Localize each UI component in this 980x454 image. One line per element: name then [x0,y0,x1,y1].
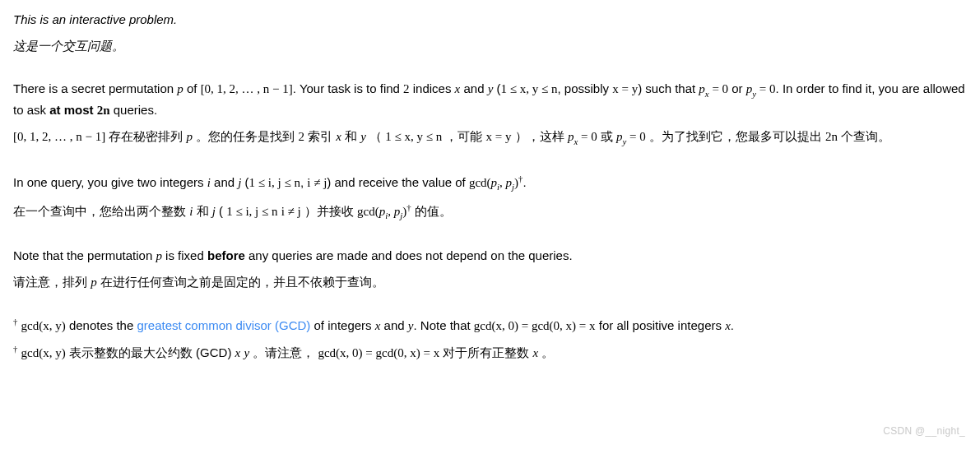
t: ( [493,81,500,95]
t: 和 [341,129,360,143]
t: 在一个查询中，您给出两个整数 [13,204,189,218]
intro-zh-text: 这是一个交互问题。 [13,39,124,53]
gcdxy: gcd(x, y) [21,319,66,332]
t: （ [366,129,385,143]
eq0b: = 0 [626,130,645,143]
t: ，可能 [442,129,485,143]
gcd-link[interactable]: greatest common divisor (GCD) [137,318,310,332]
var-x: x [336,130,341,143]
py: p [616,130,623,143]
var-p: p [91,276,97,289]
t: is fixed [162,248,207,262]
var-y: y [360,130,366,143]
t: 表示整数的最大公约数 (GCD) [66,345,235,359]
eq0b: = 0 [756,82,775,95]
t: Note that the permutation [13,248,156,262]
sub-x: x [705,89,709,99]
t: 和 [193,204,211,218]
px: p [699,82,705,95]
dagger-sup: † [518,174,523,183]
t: for all positive integers [596,318,726,332]
t: 索引 [304,129,336,143]
t: of [183,81,201,95]
t: 。请注意， [249,345,314,359]
dagger-sup: † [406,202,411,212]
t: and [380,318,407,332]
t: 。为了找到它，您最多可以提出 [646,129,825,143]
range-zh: [0, 1, 2, … , n − 1] [13,130,105,143]
t: 请注意，排列 [13,275,91,289]
comma: , [499,176,506,189]
pi: p [491,176,498,189]
t: ( [241,175,248,189]
sub-i: i [385,211,388,220]
t: 。您的任务是找到 [193,129,298,143]
p4-en: Note that the permutation p is fixed bef… [13,246,967,266]
p5-zh: † gcd(x, y) 表示整数的最大公约数 (GCD) x y 。请注意， g… [13,342,967,363]
t: . Your task is to find [293,81,403,95]
gcd: gcd( [469,176,491,189]
sub-y: y [752,89,756,99]
t: indices [410,81,455,95]
ineqj: i ≠ j [307,176,327,189]
dagger-mark: † [13,344,17,354]
bound: 1 ≤ x, y ≤ n [385,130,442,143]
sub-x: x [574,137,578,146]
bound: 1 ≤ x, y ≤ n [501,82,558,95]
comma: , [388,205,394,218]
var-x: x [725,319,731,332]
eqchain: gcd(x, 0) = gcd(0, x) = x [474,319,596,332]
before: before [207,248,245,262]
two: 2 [298,130,304,143]
t: ) such that [638,81,699,95]
gcd: gcd( [357,205,379,218]
p2-en: There is a secret permutation p of [0, 1… [13,79,967,120]
ineqj: i ≠ j [281,205,301,218]
gcdxy: gcd(x, y) [21,346,66,359]
t: . [731,318,734,332]
var-p: p [156,249,162,262]
sub-y: y [623,137,627,146]
two: 2 [403,82,410,95]
t: 或 [597,129,616,143]
t: In one query, you give two integers [13,175,207,189]
t: denotes the [66,318,137,332]
p3-zh: 在一个查询中，您给出两个整数 i 和 j ( 1 ≤ i, j ≤ n i ≠ … [13,201,967,223]
sub-i: i [497,182,499,192]
t: 的值。 [411,204,452,218]
t: of integers [310,318,374,332]
dagger-mark: † [13,317,17,327]
ijbound: 1 ≤ i, j ≤ n [249,176,300,189]
t: ）并接收 [301,204,357,218]
p2-zh: [0, 1, 2, … , n − 1] 存在秘密排列 p 。您的任务是找到 2… [13,127,967,148]
t: queries. [110,103,158,117]
xeqy: x = y [486,130,512,143]
t: . Note that [413,318,473,332]
eq0: = 0 [709,82,728,95]
t: 在进行任何查询之前是固定的，并且不依赖于查询。 [97,275,384,289]
t: any queries are made and does not depend… [245,248,573,262]
t: and [211,175,238,189]
t: , [300,175,307,189]
pj: p [506,176,513,189]
eq0: = 0 [578,130,597,143]
t: . [523,175,527,189]
p5-en: † gcd(x, y) denotes the greatest common … [13,315,967,336]
p4-zh: 请注意，排列 p 在进行任何查询之前是固定的，并且不依赖于查询。 [13,272,967,292]
atmost: at most [49,103,97,117]
ijbound: 1 ≤ i, j ≤ n [226,205,277,218]
t: 存在秘密排列 [105,129,186,143]
var-p: p [187,130,193,143]
t: , possibly [557,81,612,95]
var-p: p [177,82,183,95]
sub-j: j [400,211,402,220]
xeqy: x = y [612,82,638,95]
t: 。 [538,345,554,359]
t: 对于所有正整数 [439,345,532,359]
range: [0, 1, 2, … , n − 1] [201,82,293,95]
eqchain: gcd(x, 0) = gcd(0, x) = x [318,346,439,359]
intro-zh: 这是一个交互问题。 [13,36,967,56]
twon: 2n [825,130,838,143]
t: There is a secret permutation [13,81,177,95]
intro-en-text: This is an interactive problem. [13,12,177,26]
